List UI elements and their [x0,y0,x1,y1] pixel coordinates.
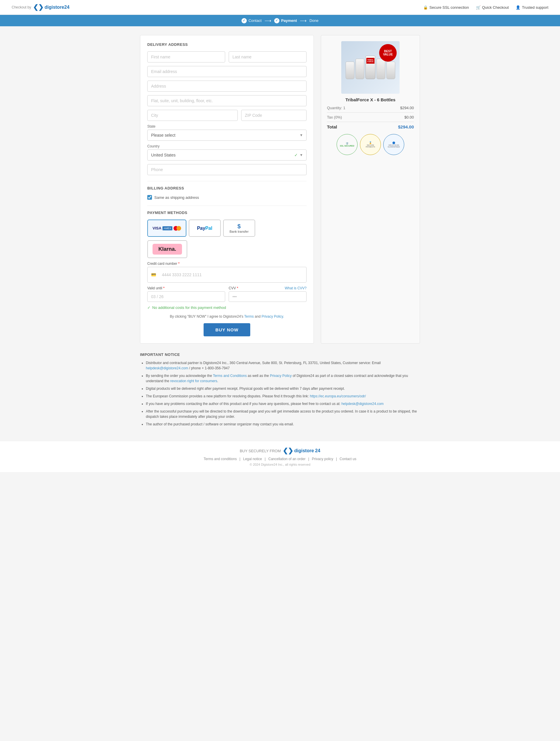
privacy-footer-link[interactable]: Privacy policy [312,457,333,461]
footer-logo-row: BUY SECURELY FROM ❮❯ digistore24 [6,447,554,455]
footer-digistore-logo: ❮❯ digistore24 [283,447,320,455]
ssl-badge-icon: 🛡️ SSL SECURED [337,134,357,155]
progress-bar: ✓ Contact ⟶ ✓ Payment ⟶ Done [0,15,560,26]
card-number-input-wrapper: 💳 [147,267,307,283]
billing-title: BILLING ADDRESS [147,186,307,190]
bottle-3: TRIBALFORCE [366,56,375,79]
cancellation-footer-link[interactable]: Cancellation of an order [268,457,305,461]
delivery-address-section: DELIVERY ADDRESS State [147,42,307,175]
paypal-payment-option[interactable]: PayPal [189,219,221,237]
cvv-input[interactable] [229,291,307,302]
country-check-icon: ✓ [294,153,298,157]
quantity-price: $294.00 [400,106,414,110]
virus-icon: 🔵 [392,142,395,144]
email-input[interactable] [147,66,307,77]
address2-input[interactable] [147,95,307,106]
privacy-policy-link-2[interactable]: Privacy Policy [270,374,292,378]
revocation-link[interactable]: revocation right for consumers [170,379,217,383]
dollar-icon: $ [230,223,248,230]
secure-icon: 🏅 [369,142,372,144]
notice-item-3: Digital products will be delivered right… [146,386,420,391]
country-label: Country [147,144,307,148]
notice-item-2: By sending the order you acknowledge the… [146,373,420,384]
city-input[interactable] [147,110,238,121]
name-row [147,51,307,63]
helpdesk-link-2[interactable]: helpdesk@digistore24.com [341,402,384,406]
secure-payments-badge: 🏅 SECUREPAYMENTS [360,134,381,155]
zip-input[interactable] [241,110,307,121]
buy-now-button[interactable]: BUY NOW [204,323,250,336]
cvv-label-row: CVV * What is CVV? [229,286,307,290]
valid-until-group: Valid until * [147,286,225,302]
progress-done: Done [310,18,319,23]
ec-link[interactable]: https://ec.europa.eu/consumers/odr/ [310,394,366,398]
klarna-row: Klarna. [147,240,307,258]
country-select[interactable]: United States [147,149,307,160]
state-label: State [147,124,307,128]
klarna-logo: Klarna. [153,244,182,255]
same-shipping-label: Same as shipping address [154,195,199,200]
legal-footer-link[interactable]: Legal notice [243,457,262,461]
address-input[interactable] [147,81,307,92]
terms-text: By clicking "BUY NOW" I agree to Digisto… [147,315,307,319]
tax-line: Tax (0%) $0.00 [327,115,414,119]
no-cost-text: No additional costs for this payment met… [152,306,226,310]
payment-section: PAYMENT METHODS VISA AMEX PayPal [147,206,307,336]
logo-bracket: ❮❯ [33,3,44,11]
helpdesk-link-1[interactable]: helpdesk@digistore24.com [146,366,188,370]
tax-label: Tax (0%) [327,115,342,119]
ssl-badge: 🔒 Secure SSL connection [423,5,469,10]
bottle-2 [355,59,364,79]
card-payment-option[interactable]: VISA AMEX [147,219,186,237]
terms-link[interactable]: Terms [244,315,254,319]
bank-transfer-option[interactable]: $ Bank transfer [223,219,255,237]
card-number-group: Credit card number * 💳 [147,262,307,283]
delivery-title: DELIVERY ADDRESS [147,42,307,47]
secure-badge-text: SECUREPAYMENTS [366,144,375,148]
klarna-option[interactable]: Klarna. [147,240,187,258]
city-zip-row [147,110,307,121]
ssl-label: Secure SSL connection [429,5,469,10]
first-name-input[interactable] [147,51,225,63]
product-title: TribalForce X - 6 Bottles [327,97,414,102]
digistore-logo: ❮❯ digistore24 [33,3,69,11]
required-star: * [177,262,180,266]
card-number-label: Credit card number * [147,262,307,266]
form-section: DELIVERY ADDRESS State [140,35,314,344]
terms-footer-link[interactable]: Terms and conditions [204,457,237,461]
same-as-shipping-row: Same as shipping address [147,195,307,200]
card-icon: 💳 [151,272,156,277]
best-value-badge: BESTVALUE [379,44,397,62]
done-label: Done [310,18,319,23]
country-select-wrapper: United States ✓ ▼ [147,149,307,160]
state-select[interactable]: Please select [147,130,307,141]
valid-until-label: Valid until * [147,286,225,290]
terms-conditions-link[interactable]: Terms and Conditions [213,374,247,378]
same-shipping-checkbox[interactable] [147,195,152,200]
quick-checkout-badge: 🛒 Quick Checkout [476,5,509,10]
bank-transfer-label: Bank transfer [230,230,248,233]
notice-section: IMPORTANT NOTICE Distributor and contrac… [134,352,426,435]
order-quantity-line: Quantity: 1 $294.00 [327,106,414,110]
valid-until-input[interactable] [147,291,225,302]
last-name-input[interactable] [229,51,307,63]
bottle-1 [346,62,354,79]
payment-title: PAYMENT METHODS [147,210,307,215]
ssl-shield-icon: 🛡️ [346,142,348,145]
footer-links: Terms and conditions | Legal notice | Ca… [6,457,554,461]
phone-input[interactable] [147,164,307,175]
privacy-link[interactable]: Privacy Policy. [262,315,284,319]
card-number-input[interactable] [158,269,303,280]
footer: BUY SECURELY FROM ❮❯ digistore24 Terms a… [0,441,560,472]
what-is-cvv-link[interactable]: What is CVV? [285,286,307,290]
virus-scan-badge: 🔵 VIRUS SCANGUARANTEED [383,134,404,155]
support-icon: 👤 [516,5,520,10]
contact-footer-link[interactable]: Contact us [339,457,356,461]
main-content: DELIVERY ADDRESS State [134,35,426,344]
order-summary: TRIBALFORCE BESTVALUE TribalForce X - 6 … [321,35,420,344]
bottle-5 [387,62,395,79]
mastercard-icon [173,226,181,231]
bank-transfer-content: $ Bank transfer [230,223,248,233]
total-label: Total [327,124,337,129]
logo-name: digistore24 [45,5,69,10]
